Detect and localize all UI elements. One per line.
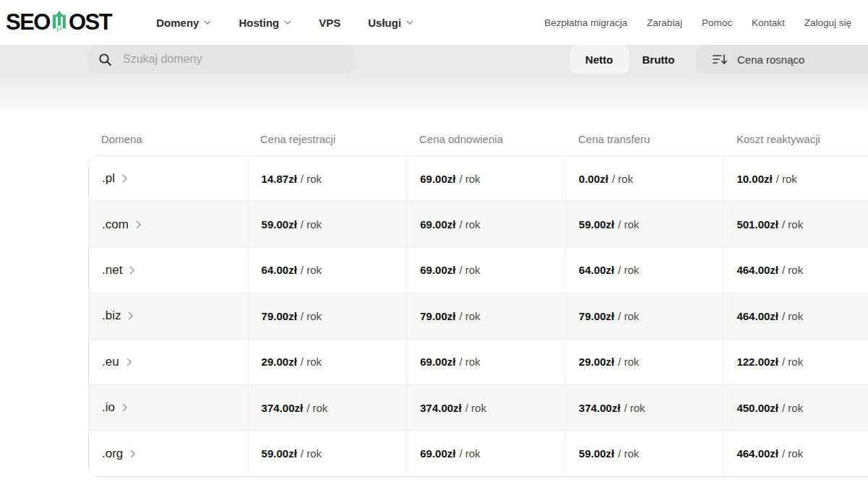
column-header-cena-rejestracji: Cena rejestracji — [247, 133, 406, 145]
price-value: 69.00zł — [420, 447, 455, 460]
domain-cell[interactable]: .pl — [89, 156, 248, 201]
price-value: 64.00zł — [579, 264, 614, 276]
domain-tld: .org — [102, 447, 123, 461]
table-row[interactable]: .org 59.00zł / rok 69.00zł / rok 59.00zł… — [89, 430, 868, 475]
price-suffix: / rok — [618, 218, 639, 231]
chevron-right-icon — [128, 311, 133, 320]
domain-search-box[interactable] — [88, 45, 354, 74]
price-value: 29.00zł — [262, 356, 297, 368]
price-value: 464.00zł — [736, 310, 778, 322]
domain-cell[interactable]: .org — [89, 431, 248, 475]
chevron-down-icon — [204, 20, 211, 25]
price-suffix: / rok — [782, 447, 803, 460]
price-suffix: / rok — [459, 173, 480, 185]
toolbar-band: Netto Brutto Cena rosnąco — [0, 45, 868, 119]
netto-button[interactable]: Netto — [570, 45, 629, 74]
price-value: 464.00zł — [736, 264, 778, 276]
renewal-price-cell: 374.00zł / rok — [406, 385, 565, 430]
price-suffix: / rok — [459, 218, 480, 231]
chevron-right-icon — [126, 358, 132, 366]
price-suffix: / rok — [459, 310, 480, 322]
chevron-right-icon — [130, 449, 135, 458]
nav-item-hosting[interactable]: Hosting — [239, 17, 291, 29]
search-input[interactable] — [121, 52, 344, 66]
domain-cell[interactable]: .io — [89, 385, 248, 430]
price-suffix: / rok — [459, 356, 480, 368]
price-suffix: / rok — [459, 447, 480, 460]
reactivation-price-cell: 464.00zł / rok — [723, 248, 868, 293]
secondary-nav: Bezpłatna migracja Zarabiaj Pomoc Kontak… — [544, 17, 851, 28]
logo-text-seo: SEO — [6, 9, 50, 35]
table-row[interactable]: .eu 29.00zł / rok 69.00zł / rok 29.00zł … — [89, 339, 868, 384]
link-pomoc[interactable]: Pomoc — [702, 17, 732, 28]
domain-cell[interactable]: .com — [89, 202, 248, 246]
price-value: 59.00zł — [262, 447, 297, 460]
rocket-h-icon — [51, 11, 68, 33]
column-header-cena-odnowienia: Cena odnowienia — [406, 133, 565, 145]
nav-item-uslugi[interactable]: Usługi — [368, 17, 413, 29]
transfer-price-cell: 79.00zł / rok — [565, 293, 723, 338]
domain-tld: .com — [102, 218, 129, 232]
reactivation-price-cell: 122.00zł / rok — [723, 340, 868, 384]
nav-item-vps[interactable]: VPS — [319, 17, 340, 29]
price-value: 64.00zł — [262, 264, 297, 276]
domain-cell[interactable]: .net — [89, 248, 248, 293]
transfer-price-cell: 64.00zł / rok — [565, 248, 723, 293]
price-suffix: / rok — [459, 264, 480, 276]
nav-item-label: VPS — [319, 17, 340, 29]
column-header-cena-transferu: Cena transferu — [565, 133, 723, 145]
transfer-price-cell: 374.00zł / rok — [565, 385, 723, 430]
price-value: 374.00zł — [420, 402, 462, 414]
nav-item-label: Hosting — [239, 17, 279, 29]
price-suffix: / rok — [782, 264, 803, 276]
price-value: 69.00zł — [420, 173, 455, 185]
link-zarabiaj[interactable]: Zarabiaj — [647, 17, 682, 28]
chevron-right-icon — [136, 220, 141, 229]
reactivation-price-cell: 464.00zł / rok — [723, 431, 868, 475]
link-kontakt[interactable]: Kontakt — [752, 17, 785, 28]
price-value: 374.00zł — [579, 402, 621, 414]
table-row[interactable]: .biz 79.00zł / rok 79.00zł / rok 79.00zł… — [89, 293, 868, 338]
price-value: 69.00zł — [420, 356, 455, 368]
transfer-price-cell: 59.00zł / rok — [565, 202, 723, 246]
price-value: 59.00zł — [262, 218, 297, 231]
registration-price-cell: 374.00zł / rok — [248, 385, 407, 430]
table-row[interactable]: .com 59.00zł / rok 69.00zł / rok 59.00zł… — [89, 201, 868, 246]
price-value: 0.00zł — [579, 173, 609, 185]
price-suffix: / rok — [301, 173, 322, 185]
link-bezplatna-migracja[interactable]: Bezpłatna migracja — [544, 17, 627, 28]
domain-tld: .io — [102, 400, 115, 415]
table-row[interactable]: .pl 14.87zł / rok 69.00zł / rok 0.00zł /… — [89, 156, 868, 201]
price-suffix: / rok — [782, 356, 803, 368]
renewal-price-cell: 69.00zł / rok — [406, 340, 565, 384]
brutto-button[interactable]: Brutto — [629, 45, 688, 74]
reactivation-price-cell: 450.00zł / rok — [723, 385, 868, 430]
domain-pricing-table: Domena Cena rejestracji Cena odnowienia … — [88, 133, 868, 477]
table-row[interactable]: .io 374.00zł / rok 374.00zł / rok 374.00… — [89, 384, 868, 430]
price-suffix: / rok — [612, 173, 633, 185]
link-zaloguj-sie[interactable]: Zaloguj się — [804, 17, 851, 28]
domain-cell[interactable]: .eu — [89, 340, 248, 384]
logo-text-ost: OST — [69, 9, 111, 35]
renewal-price-cell: 69.00zł / rok — [406, 431, 565, 475]
price-value: 10.00zł — [736, 173, 772, 185]
table-row[interactable]: .net 64.00zł / rok 69.00zł / rok 64.00zł… — [89, 247, 868, 293]
chevron-down-icon — [406, 20, 413, 25]
price-value: 69.00zł — [420, 264, 455, 276]
sort-dropdown[interactable]: Cena rosnąco — [696, 45, 868, 74]
price-value: 450.00zł — [736, 402, 778, 414]
brand-logo[interactable]: SEO OST — [6, 9, 111, 35]
price-value: 501.00zł — [736, 218, 778, 231]
price-value: 374.00zł — [262, 402, 304, 414]
price-suffix: / rok — [624, 402, 645, 414]
nav-item-domeny[interactable]: Domeny — [156, 17, 211, 29]
domain-tld: .net — [102, 263, 122, 277]
sort-icon — [713, 53, 727, 66]
domain-cell[interactable]: .biz — [89, 293, 248, 338]
reactivation-price-cell: 10.00zł / rok — [723, 156, 868, 201]
nav-item-label: Domeny — [156, 17, 199, 29]
price-suffix: / rok — [618, 447, 639, 460]
renewal-price-cell: 69.00zł / rok — [406, 156, 565, 201]
chevron-right-icon — [122, 174, 127, 183]
registration-price-cell: 64.00zł / rok — [248, 248, 407, 293]
